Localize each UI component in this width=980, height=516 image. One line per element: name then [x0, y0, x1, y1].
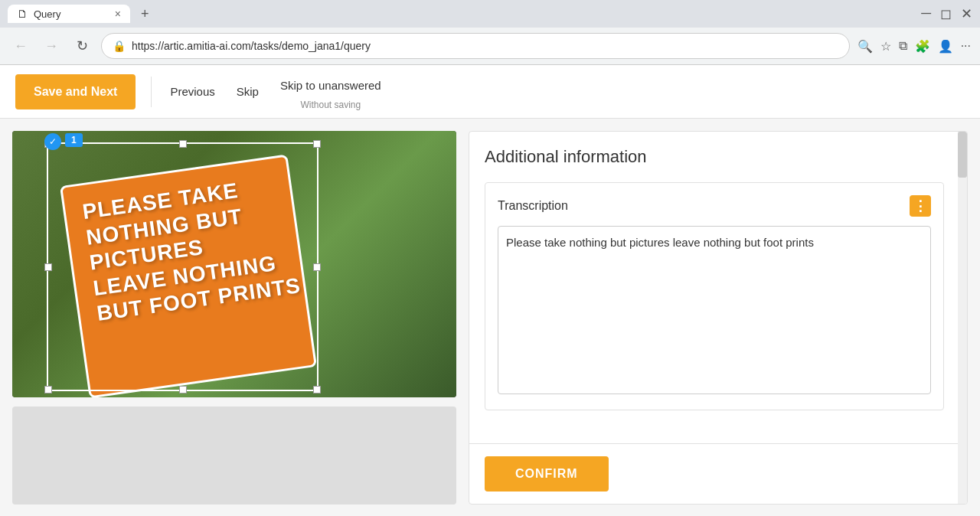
- scrollbar[interactable]: [958, 132, 967, 504]
- image-background: PLEASE TAKENOTHING BUTPICTURESLEAVE NOTH…: [12, 131, 456, 397]
- handle-top-middle[interactable]: [179, 140, 187, 148]
- previous-button[interactable]: Previous: [167, 79, 217, 104]
- refresh-button[interactable]: ↻: [70, 34, 93, 57]
- transcription-label: Transcription: [498, 199, 568, 213]
- confirm-button[interactable]: CONFIRM: [485, 456, 609, 492]
- image-container: PLEASE TAKENOTHING BUTPICTURESLEAVE NOTH…: [12, 131, 456, 397]
- search-icon[interactable]: 🔍: [858, 39, 873, 54]
- transcription-textarea[interactable]: Please take nothing but pictures leave n…: [498, 226, 931, 394]
- tab-close-button[interactable]: ×: [115, 8, 121, 20]
- side-panel-footer: CONFIRM: [469, 443, 967, 504]
- tab-document-icon: 🗋: [17, 8, 28, 20]
- scrollbar-thumb[interactable]: [958, 132, 967, 178]
- handle-middle-left[interactable]: [44, 263, 52, 271]
- url-bar[interactable]: 🔒: [101, 33, 850, 59]
- profile-icon[interactable]: 👤: [938, 39, 953, 54]
- minimize-icon[interactable]: ─: [921, 5, 931, 22]
- transcription-header: Transcription ⋮: [498, 195, 931, 217]
- title-bar: 🗋 Query × + ─ ◻ ✕: [0, 0, 980, 28]
- window-controls: ─ ◻ ✕: [921, 5, 972, 22]
- label-number-badge: 1: [65, 133, 83, 147]
- without-saving-label: Without saving: [300, 100, 361, 110]
- image-panel: PLEASE TAKENOTHING BUTPICTURESLEAVE NOTH…: [12, 131, 456, 505]
- new-tab-button[interactable]: +: [136, 5, 154, 24]
- side-panel-content: Additional information Transcription ⋮ P…: [469, 132, 967, 443]
- maximize-icon[interactable]: ◻: [940, 5, 952, 22]
- skip-to-unanswered-group: Skip to unanswered Without saving: [277, 73, 384, 110]
- extensions-icon[interactable]: 🧩: [915, 39, 930, 54]
- side-panel: Additional information Transcription ⋮ P…: [469, 131, 968, 505]
- forward-button[interactable]: →: [40, 34, 63, 57]
- second-image-container: [12, 407, 456, 505]
- lock-icon: 🔒: [113, 40, 126, 52]
- browser-tab[interactable]: 🗋 Query ×: [8, 5, 130, 23]
- sign: PLEASE TAKENOTHING BUTPICTURESLEAVE NOTH…: [74, 154, 318, 397]
- transcription-card: Transcription ⋮ Please take nothing but …: [485, 182, 944, 410]
- address-bar: ← → ↻ 🔒 🔍 ☆ ⧉ 🧩 👤 ···: [0, 28, 980, 64]
- menu-icon[interactable]: ···: [961, 39, 971, 53]
- url-input[interactable]: [132, 40, 838, 52]
- main-content: PLEASE TAKENOTHING BUTPICTURESLEAVE NOTH…: [0, 119, 980, 516]
- check-badge: ✓: [44, 133, 61, 150]
- handle-bottom-left[interactable]: [44, 386, 52, 394]
- close-icon[interactable]: ✕: [961, 5, 972, 22]
- browser-actions: 🔍 ☆ ⧉ 🧩 👤 ···: [858, 39, 971, 54]
- transcription-menu-button[interactable]: ⋮: [910, 195, 931, 217]
- skip-button[interactable]: Skip: [234, 79, 262, 104]
- back-button[interactable]: ←: [9, 34, 32, 57]
- collections-icon[interactable]: ⧉: [899, 39, 907, 53]
- toolbar: Save and Next Previous Skip Skip to unan…: [0, 65, 980, 119]
- save-and-next-button[interactable]: Save and Next: [15, 74, 136, 109]
- additional-info-title: Additional information: [485, 147, 944, 167]
- tab-title: Query: [34, 8, 60, 20]
- toolbar-separator: [151, 77, 152, 107]
- skip-to-unanswered-button[interactable]: Skip to unanswered: [277, 73, 384, 98]
- skip-group: Skip: [234, 79, 262, 104]
- handle-top-right[interactable]: [313, 140, 321, 148]
- app-content: Save and Next Previous Skip Skip to unan…: [0, 65, 980, 516]
- handle-top-left[interactable]: [44, 140, 52, 148]
- bookmark-star-icon[interactable]: ☆: [880, 39, 891, 54]
